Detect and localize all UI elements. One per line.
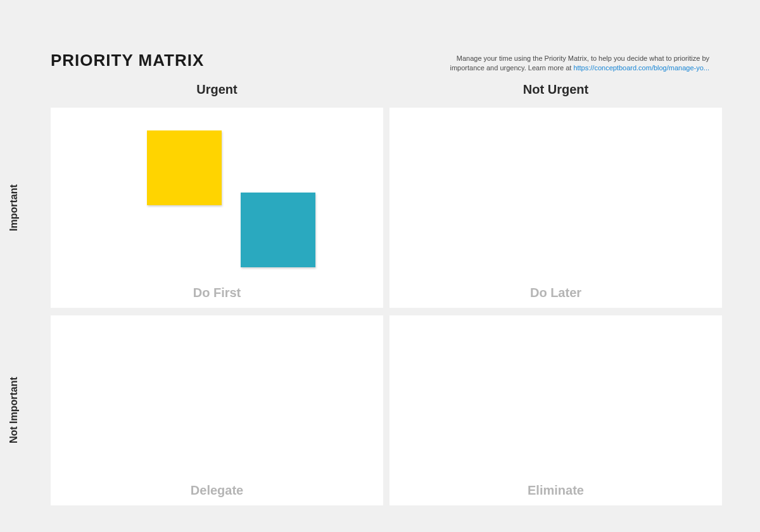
column-header-urgent: Urgent xyxy=(51,82,383,97)
row-label-not-important: Not Important xyxy=(9,315,19,505)
sticky-note-yellow[interactable] xyxy=(147,130,222,205)
description-text: Manage your time using the Priority Matr… xyxy=(437,54,709,73)
quadrant-do-later[interactable]: Do Later xyxy=(390,108,722,308)
column-header-not-urgent: Not Urgent xyxy=(390,82,722,97)
quadrant-label-delegate: Delegate xyxy=(51,483,383,498)
row-label-important: Important xyxy=(9,108,19,308)
quadrant-label-do-later: Do Later xyxy=(390,286,722,300)
quadrant-label-eliminate: Eliminate xyxy=(390,483,722,498)
page-title: PRIORITY MATRIX xyxy=(51,51,204,70)
quadrant-delegate[interactable]: Delegate xyxy=(51,315,383,505)
quadrant-label-do-first: Do First xyxy=(51,286,383,300)
quadrant-do-first[interactable]: Do First xyxy=(51,108,383,308)
learn-more-link[interactable]: https://conceptboard.com/blog/manage-yo.… xyxy=(573,64,709,72)
quadrant-eliminate[interactable]: Eliminate xyxy=(390,315,722,505)
sticky-note-teal[interactable] xyxy=(241,193,315,267)
